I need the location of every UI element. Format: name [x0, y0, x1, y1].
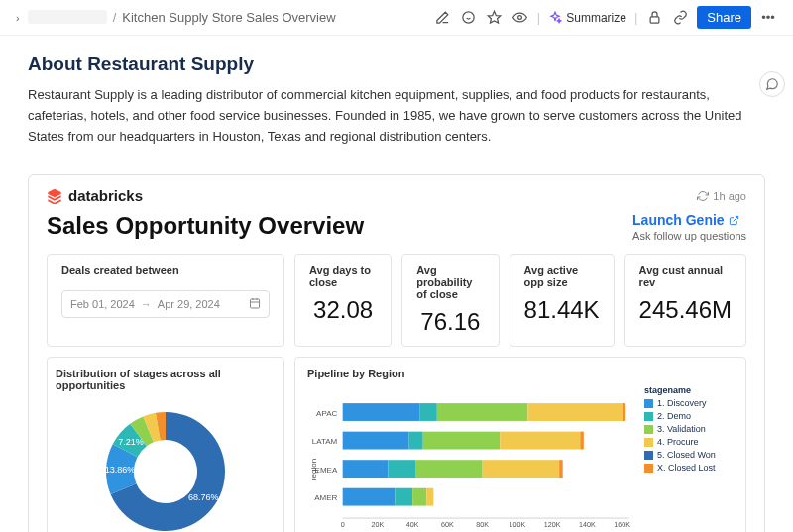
svg-text:68.76%: 68.76% [188, 492, 219, 502]
page-title: About Restaurant Supply [28, 53, 765, 75]
comment-bubble-icon[interactable] [759, 71, 785, 97]
svg-text:80K: 80K [476, 521, 489, 529]
external-link-icon [729, 215, 739, 226]
svg-text:60K: 60K [441, 521, 454, 529]
metrics-row: Deals created between Feb 01, 2024 → Apr… [47, 254, 746, 347]
svg-rect-23 [416, 461, 483, 479]
edit-icon[interactable] [434, 9, 452, 27]
expand-chevron-icon[interactable]: › [16, 12, 20, 24]
databricks-logo-icon [47, 188, 62, 204]
svg-rect-30 [426, 488, 433, 506]
bars-legend: stagename 1. Discovery2. Demo3. Validati… [644, 385, 734, 532]
svg-text:120K: 120K [544, 521, 561, 529]
link-icon[interactable] [671, 9, 689, 27]
svg-rect-28 [396, 488, 413, 506]
svg-rect-19 [580, 432, 584, 450]
charts-row: Distribution of stages across all opport… [47, 357, 746, 532]
watch-icon[interactable] [511, 9, 529, 27]
summarize-button[interactable]: Summarize [548, 11, 626, 25]
svg-text:APAC: APAC [316, 409, 337, 418]
breadcrumb-sep: / [113, 10, 117, 25]
date-range-input[interactable]: Feb 01, 2024 → Apr 29, 2024 [61, 290, 270, 318]
dashboard-panel: databricks 1h ago Sales Opportunity Over… [28, 174, 765, 532]
svg-rect-29 [412, 488, 426, 506]
bars-card: Pipeline by Region APACLATAMEMEAAMER020K… [294, 357, 746, 532]
breadcrumb-page[interactable]: Kitchen Supply Store Sales Overview [122, 10, 335, 25]
svg-rect-3 [650, 17, 659, 23]
lock-icon[interactable] [645, 9, 663, 27]
share-button[interactable]: Share [697, 6, 751, 29]
svg-text:20K: 20K [372, 521, 385, 529]
svg-point-0 [463, 12, 474, 23]
date-from: Feb 01, 2024 [70, 298, 135, 310]
genie-section: Launch Genie Ask follow up questions [632, 212, 746, 242]
svg-rect-11 [437, 403, 528, 421]
svg-text:EMEA: EMEA [315, 466, 338, 475]
donut-card: Distribution of stages across all opport… [47, 357, 284, 532]
svg-rect-4 [251, 299, 260, 308]
filter-label: Deals created between [61, 265, 270, 276]
metric-card-days: Avg days to close 32.08 [294, 254, 392, 347]
svg-marker-1 [489, 11, 502, 23]
svg-text:region: region [309, 459, 318, 480]
svg-rect-25 [559, 461, 563, 479]
svg-text:100K: 100K [510, 521, 526, 529]
svg-point-2 [518, 16, 522, 20]
date-filter-card: Deals created between Feb 01, 2024 → Apr… [47, 254, 284, 347]
svg-text:160K: 160K [614, 521, 630, 529]
metric-card-rev: Avg cust annual rev 245.46M [624, 254, 746, 347]
separator: | [634, 10, 637, 25]
metric-card-size: Avg active opp size 81.44K [510, 254, 615, 347]
star-icon[interactable] [486, 9, 504, 27]
pipeline-bar-chart: APACLATAMEMEAAMER020K40K60K80K100K120K14… [307, 385, 634, 532]
page-description: Restaurant Supply is a leading distribut… [28, 85, 761, 147]
comment-icon[interactable] [460, 9, 478, 27]
svg-rect-16 [409, 432, 423, 450]
breadcrumb: / Kitchen Supply Store Sales Overview [28, 10, 336, 25]
svg-text:7.21%: 7.21% [118, 438, 144, 448]
svg-rect-18 [500, 432, 580, 450]
svg-rect-10 [419, 403, 437, 421]
svg-rect-9 [343, 403, 420, 421]
separator: | [537, 10, 540, 25]
svg-rect-15 [343, 432, 409, 450]
svg-text:0: 0 [341, 521, 345, 529]
svg-rect-12 [527, 403, 622, 421]
dashboard-body: Sales Opportunity Overview Launch Genie … [29, 208, 764, 532]
svg-rect-21 [343, 461, 389, 479]
svg-text:13.86%: 13.86% [105, 465, 136, 475]
svg-rect-13 [623, 403, 626, 421]
svg-rect-27 [343, 488, 396, 506]
svg-text:AMER: AMER [314, 494, 337, 503]
refresh-indicator[interactable]: 1h ago [697, 190, 746, 202]
more-icon[interactable]: ••• [759, 9, 777, 27]
svg-text:140K: 140K [579, 521, 596, 529]
databricks-logo-text: databricks [68, 187, 143, 204]
dashboard-title: Sales Opportunity Overview [47, 212, 364, 240]
svg-rect-24 [483, 461, 560, 479]
donut-chart: 68.76%13.86%7.21% [81, 397, 250, 532]
launch-genie-link[interactable]: Launch Genie [632, 212, 746, 228]
svg-text:40K: 40K [406, 521, 419, 529]
svg-rect-17 [423, 432, 501, 450]
refresh-icon [697, 190, 709, 202]
arrow-right-icon: → [141, 298, 152, 310]
calendar-icon [249, 297, 261, 311]
svg-rect-22 [388, 461, 415, 479]
genie-subtitle: Ask follow up questions [632, 230, 746, 242]
databricks-logo: databricks [47, 187, 143, 204]
page-content: About Restaurant Supply Restaurant Suppl… [0, 36, 793, 157]
bars-title: Pipeline by Region [307, 368, 734, 379]
top-bar: › / Kitchen Supply Store Sales Overview … [0, 0, 793, 36]
metric-card-prob: Avg probability of close 76.16 [401, 254, 499, 347]
breadcrumb-space[interactable] [28, 10, 107, 24]
svg-text:LATAM: LATAM [312, 438, 338, 447]
date-to: Apr 29, 2024 [158, 298, 220, 310]
panel-header: databricks 1h ago [29, 175, 764, 208]
donut-title: Distribution of stages across all opport… [56, 368, 276, 391]
